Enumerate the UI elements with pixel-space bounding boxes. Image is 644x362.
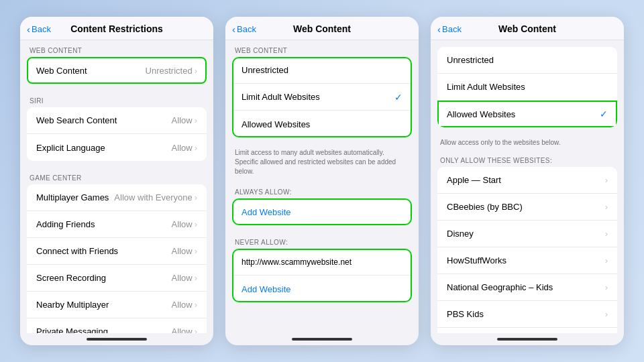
back-label-3: Back — [442, 24, 462, 34]
back-label-2: Back — [237, 24, 256, 34]
web-content-description: Limit access to many adult websites auto… — [225, 144, 419, 182]
web-content-chevron: › — [195, 66, 197, 76]
home-indicator-3 — [431, 333, 624, 345]
screen-3: ‹ Back Web Content Unrestricted Limit Ad… — [431, 17, 624, 345]
nearby-multiplayer-item[interactable]: Nearby Multiplayer Allow › — [27, 292, 207, 318]
web-content-options-group: Unrestricted Limit Adult Websites ✓ Allo… — [232, 57, 412, 137]
back-chevron-2: ‹ — [232, 24, 235, 34]
game-center-section-header: GAME CENTER — [20, 168, 213, 184]
never-add-website-label: Add Website — [241, 284, 290, 294]
connect-with-friends-item[interactable]: Connect with Friends Allow › — [27, 238, 207, 265]
web-content-row[interactable]: Web Content Unrestricted › — [27, 57, 207, 84]
screen-2: ‹ Back Web Content WEB CONTENT Unrestric… — [225, 17, 419, 345]
chevron: › — [195, 115, 197, 125]
siri-section-header: SIRI — [20, 90, 213, 107]
chevron: › — [195, 192, 197, 202]
home-bar-2 — [292, 338, 352, 341]
limit-adult-option[interactable]: Limit Adult Websites ✓ — [232, 84, 412, 111]
chevron: › — [195, 273, 197, 283]
web-content-value: Unrestricted › — [146, 66, 197, 76]
only-allow-header: ONLY ALLOW THESE WEBSITES: — [431, 153, 624, 167]
home-bar-3 — [497, 338, 557, 341]
always-allow-header: ALWAYS ALLOW: — [225, 182, 419, 198]
chevron: › — [605, 175, 608, 185]
unrestricted-option[interactable]: Unrestricted — [232, 57, 412, 84]
never-add-website-btn[interactable]: Add Website — [232, 276, 412, 302]
always-add-website-btn[interactable]: Add Website — [232, 198, 412, 225]
back-chevron-1: ‹ — [27, 24, 30, 34]
natgeo-item[interactable]: National Geographic – Kids › — [437, 274, 617, 301]
always-add-website-label: Add Website — [241, 207, 290, 217]
allowed-description: Allow access only to the websites below. — [431, 134, 624, 153]
allowed-websites-item-3[interactable]: Allowed Websites ✓ — [437, 101, 617, 127]
back-button-3[interactable]: ‹ Back — [437, 24, 462, 34]
back-label-1: Back — [32, 24, 51, 34]
never-allow-group: http://www.scammywebsite.net Add Website — [232, 249, 412, 302]
chevron: › — [195, 300, 197, 310]
siri-group: Web Search Content Allow › Explicit Lang… — [27, 107, 207, 161]
scholastic-item[interactable]: Scholastic.com › — [437, 328, 617, 333]
screen-1: ‹ Back Content Restrictions WEB CONTENT … — [20, 17, 213, 345]
chevron: › — [605, 255, 608, 265]
disney-item[interactable]: Disney › — [437, 221, 617, 247]
private-messaging-item[interactable]: Private Messaging Allow › — [27, 318, 207, 333]
home-bar-1 — [87, 338, 147, 341]
blocked-url: http://www.scammywebsite.net — [241, 257, 352, 267]
chevron: › — [605, 282, 608, 292]
limit-adult-check: ✓ — [394, 92, 402, 103]
cbeebies-item[interactable]: CBeebies (by BBC) › — [437, 194, 617, 221]
always-allow-group: Add Website — [232, 198, 412, 225]
home-indicator-1 — [20, 333, 213, 345]
chevron: › — [605, 202, 608, 212]
screen-1-content: WEB CONTENT Web Content Unrestricted › S… — [20, 40, 213, 333]
multiplayer-games-item[interactable]: Multiplayer Games Allow with Everyone › — [27, 184, 207, 211]
navbar-1: ‹ Back Content Restrictions — [20, 17, 213, 40]
web-content-section-header: WEB CONTENT — [20, 40, 213, 57]
blocked-url-item: http://www.scammywebsite.net — [232, 249, 412, 276]
allowed-websites-check: ✓ — [600, 109, 608, 119]
explicit-language-item[interactable]: Explicit Language Allow › — [27, 134, 207, 161]
page-title-1: Content Restrictions — [70, 23, 163, 34]
game-center-group: Multiplayer Games Allow with Everyone › … — [27, 184, 207, 333]
web-content-header-2: WEB CONTENT — [225, 40, 419, 57]
howstuffworks-item[interactable]: HowStuffWorks › — [437, 247, 617, 274]
navbar-2: ‹ Back Web Content — [225, 17, 419, 40]
chevron: › — [605, 309, 608, 319]
apple-start-item[interactable]: Apple — Start › — [437, 167, 617, 194]
unrestricted-item-3[interactable]: Unrestricted — [437, 47, 617, 74]
chevron: › — [605, 229, 608, 239]
chevron: › — [195, 219, 197, 229]
chevron: › — [195, 143, 197, 153]
never-allow-header: NEVER ALLOW: — [225, 232, 419, 249]
page-title-3: Web Content — [498, 23, 556, 34]
allowed-sites-group: Apple — Start › CBeebies (by BBC) › Disn… — [437, 167, 617, 333]
back-button-1[interactable]: ‹ Back — [27, 24, 51, 34]
home-indicator-2 — [225, 333, 419, 345]
chevron: › — [195, 246, 197, 256]
screen-recording-item[interactable]: Screen Recording Allow › — [27, 265, 207, 292]
screen-2-content: WEB CONTENT Unrestricted Limit Adult Web… — [225, 40, 419, 333]
screen-3-content: Unrestricted Limit Adult Websites Allowe… — [431, 40, 624, 333]
web-content-type-group: Unrestricted Limit Adult Websites Allowe… — [437, 47, 617, 127]
page-title-2: Web Content — [293, 23, 351, 34]
allowed-websites-option[interactable]: Allowed Websites — [232, 111, 412, 137]
back-button-2[interactable]: ‹ Back — [232, 24, 256, 34]
limit-adult-item-3[interactable]: Limit Adult Websites — [437, 74, 617, 101]
chevron: › — [195, 326, 197, 333]
web-search-content-item[interactable]: Web Search Content Allow › — [27, 107, 207, 134]
back-chevron-3: ‹ — [437, 24, 441, 34]
web-content-label: Web Content — [36, 66, 87, 76]
pbs-kids-item[interactable]: PBS Kids › — [437, 301, 617, 328]
adding-friends-item[interactable]: Adding Friends Allow › — [27, 211, 207, 238]
navbar-3: ‹ Back Web Content — [431, 17, 624, 40]
